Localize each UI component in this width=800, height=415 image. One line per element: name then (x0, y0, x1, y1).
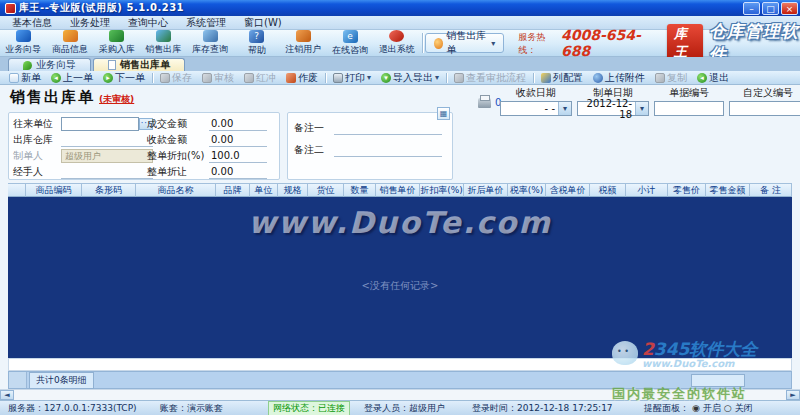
menu-basic-info[interactable]: 基本信息 (4, 16, 60, 29)
upload-attachment-button[interactable]: 上传附件 (588, 71, 650, 85)
maximize-button[interactable]: □ (762, 2, 779, 15)
warehouse-input[interactable] (61, 134, 153, 147)
tab-sales-order[interactable]: 销售出库单 (93, 58, 185, 71)
toolbar-separator (446, 73, 447, 83)
column-header[interactable]: 品牌 (216, 183, 250, 197)
red-flush-button[interactable]: 红冲 (239, 71, 281, 85)
toolbar-sales-out[interactable]: 销售出库 (140, 30, 187, 56)
column-header[interactable]: 商品名称 (136, 183, 216, 197)
column-header[interactable]: 单位 (250, 183, 278, 197)
help-icon: ? (249, 30, 264, 43)
deal-amount-label: 成交金额 (147, 117, 209, 131)
import-export-button[interactable]: ▾ 导入导出 ▾ (376, 71, 444, 85)
column-header[interactable]: 货位 (308, 183, 344, 197)
horizontal-scrollbar[interactable]: ◄ ► (0, 389, 800, 400)
column-header[interactable]: 含税单价 (546, 183, 590, 197)
radio-on-icon[interactable]: ◉ (692, 403, 700, 413)
reminder-panel-label: 提醒面板： (644, 402, 689, 415)
doc-number-input[interactable] (654, 101, 724, 116)
toolbar-inventory-query[interactable]: 库存查询 (187, 30, 234, 56)
note2-label: 备注二 (294, 143, 334, 157)
copy-button[interactable]: 复制 (650, 71, 692, 85)
create-date-combobox[interactable]: 2012-12-18 ▾ (577, 101, 649, 116)
view-approval-flow-button[interactable]: 查看审批流程 (449, 71, 531, 85)
column-header[interactable]: 规格 (278, 183, 308, 197)
toolbar-product-info[interactable]: 商品信息 (47, 30, 94, 56)
print-count-indicator: 0 (478, 97, 501, 108)
column-header[interactable]: 税率(%) (508, 183, 546, 197)
scroll-left-button[interactable]: ◄ (0, 390, 14, 400)
menu-query-center[interactable]: 查询中心 (120, 16, 176, 29)
red-flush-icon (244, 73, 254, 83)
allowance-label: 整单折让 (147, 165, 209, 179)
hotline-number: 4008-654-688 (561, 27, 655, 59)
notes-group: 备注一 备注二 (287, 112, 453, 180)
expand-panel-button[interactable]: ▦ (437, 107, 450, 120)
column-header[interactable]: 零售金额 (706, 183, 750, 197)
toolbar-wizard[interactable]: 业务向导 (0, 30, 47, 56)
duote-watermark: www.DuoTe.com (8, 205, 792, 240)
radio-off-icon[interactable]: ○ (724, 403, 732, 413)
reminder-off-option[interactable]: 关闭 (735, 402, 753, 415)
main-toolbar: 业务向导 商品信息 采购入库 销售出库 库存查询 ? 帮助 注销用户 e 在线咨… (0, 30, 800, 57)
grid-header: 商品编码 条形码 商品名称 品牌 单位 规格 货位 数量 销售单价 折扣率(%)… (0, 183, 800, 197)
audit-button[interactable]: 审核 (197, 71, 239, 85)
server-status: 服务器：127.0.0.1:7333(TCP) (8, 402, 160, 415)
handler-label: 经手人 (13, 165, 61, 179)
partner-input[interactable] (61, 117, 139, 131)
record-toolbar: 新单 ◂ 上一单 ▸ 下一单 保存 审核 红冲 作废 打印 (0, 71, 800, 85)
grid-edit-row[interactable] (8, 358, 792, 371)
menu-window[interactable]: 窗口(W) (236, 16, 290, 29)
column-header[interactable]: 条形码 (82, 183, 136, 197)
account-set: 账套：演示账套 (160, 402, 268, 415)
note1-label: 备注一 (294, 121, 334, 135)
chevron-down-icon[interactable]: ▾ (558, 102, 571, 115)
toolbar-separator (152, 73, 153, 83)
custom-number-input[interactable] (729, 101, 800, 116)
note1-input[interactable] (334, 122, 442, 135)
app-window: 库王--专业版(试用版) 5.1.0.231 – □ × 基本信息 业务处理 查… (0, 0, 800, 415)
column-header[interactable]: 数量 (344, 183, 376, 197)
note2-input[interactable] (334, 144, 442, 157)
receipt-date-combobox[interactable]: - - ▾ (500, 101, 572, 116)
minimize-button[interactable]: – (743, 2, 760, 15)
column-header[interactable]: 销售单价 (376, 183, 420, 197)
grid-body[interactable]: www.DuoTe.com <没有任何记录> (8, 197, 792, 358)
print-button[interactable]: 打印 ▾ (328, 71, 376, 85)
tab-business-wizard[interactable]: 业务向导 (8, 58, 91, 71)
column-header[interactable]: 小计 (626, 183, 668, 197)
handler-input[interactable] (61, 166, 153, 179)
reminder-on-option[interactable]: 开启 (703, 402, 721, 415)
column-header[interactable]: 备 注 (750, 183, 792, 197)
column-header[interactable]: 零售价 (668, 183, 706, 197)
close-button[interactable]: × (781, 2, 798, 15)
column-header[interactable]: 税额 (590, 183, 626, 197)
toolbar-online-service[interactable]: e 在线咨询 (327, 30, 374, 56)
scroll-right-button[interactable]: ► (786, 390, 800, 400)
save-button[interactable]: 保存 (155, 71, 197, 85)
menu-system[interactable]: 系统管理 (178, 16, 234, 29)
prev-record-button[interactable]: ◂ 上一单 (46, 71, 98, 85)
column-header[interactable]: 折后单价 (464, 183, 508, 197)
create-date-field: 制单日期 2012-12-18 ▾ (577, 86, 649, 116)
void-button[interactable]: 作废 (281, 71, 323, 85)
quick-sales-order-button[interactable]: 销售出库单 ▾ (425, 33, 504, 53)
exit-icon: ◂ (697, 73, 707, 83)
toolbar-purchase-in[interactable]: 采购入库 (93, 30, 140, 56)
column-header[interactable]: 商品编码 (26, 183, 82, 197)
toolbar-exit-system[interactable]: 退出系统 (373, 30, 420, 56)
new-record-button[interactable]: 新单 (4, 71, 46, 85)
column-header[interactable]: 折扣率(%) (420, 183, 464, 197)
column-config-button[interactable]: 列配置 (536, 71, 588, 85)
toolbar-logout-user[interactable]: 注销用户 (280, 30, 327, 56)
purchase-in-icon (109, 30, 124, 42)
menu-business[interactable]: 业务处理 (62, 16, 118, 29)
chevron-down-icon[interactable]: ▾ (635, 102, 648, 115)
record-count: 共计0条明细 (29, 372, 94, 389)
printer-icon (478, 98, 491, 108)
copy-icon (655, 73, 665, 83)
toolbar-help[interactable]: ? 帮助 (233, 30, 280, 56)
next-record-button[interactable]: ▸ 下一单 (98, 71, 150, 85)
exit-button[interactable]: ◂ 退出 (692, 71, 734, 85)
toolbar-separator (325, 73, 326, 83)
